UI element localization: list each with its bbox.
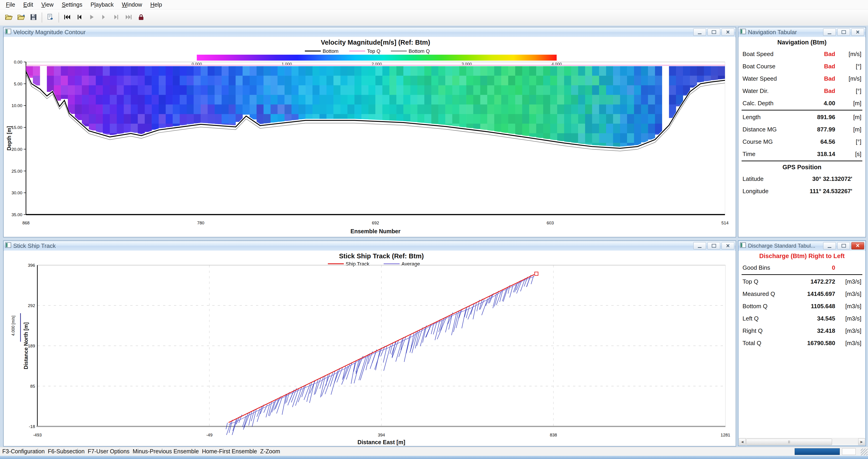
scrollbar-track[interactable]: [746, 438, 858, 445]
toolbar: [0, 9, 868, 26]
row-value: 877.99: [793, 126, 835, 133]
restore-button[interactable]: [707, 28, 720, 36]
svg-text:2.000: 2.000: [371, 62, 382, 66]
window-icon: [5, 242, 11, 250]
restore-icon: [712, 244, 716, 248]
row-value: Bad: [793, 51, 835, 58]
row-value: Bad: [793, 88, 835, 95]
row-value: 32.418: [793, 327, 835, 334]
menu-view[interactable]: View: [37, 1, 58, 9]
minimize-icon: [828, 33, 831, 34]
table-row: Good Bins0: [739, 262, 865, 274]
navigation-window-titlebar[interactable]: Navigation Tabular: [738, 27, 866, 37]
row-label: Top Q: [743, 278, 793, 285]
status-shortcuts: F3-Configuration F6-Subsection F7-User O…: [2, 448, 280, 455]
section-header: GPS Position: [739, 162, 865, 173]
svg-text:1.000: 1.000: [281, 62, 292, 66]
save-icon: [30, 14, 37, 22]
svg-text:Average: Average: [402, 261, 420, 267]
window-icon: [740, 242, 746, 250]
row-value: 14145.697: [793, 290, 835, 298]
restore-button[interactable]: [707, 242, 720, 249]
row-label: Measured Q: [743, 290, 793, 298]
discharge-window-titlebar[interactable]: Discharge Standard Tabul...: [738, 241, 866, 251]
menu-edit[interactable]: Edit: [19, 1, 37, 9]
mdi-workspace: Velocity Magnitude Contour Velocity Magn…: [0, 26, 868, 447]
stick-ship-track-chart[interactable]: Stick Ship Track (Ref: Btm)Ship TrackAve…: [4, 251, 735, 446]
menu-file[interactable]: File: [2, 1, 19, 9]
svg-text:Top Q: Top Q: [367, 48, 380, 54]
minimize-button[interactable]: [693, 28, 706, 36]
next-ensemble-icon: [101, 14, 107, 21]
close-button[interactable]: [851, 28, 864, 36]
svg-text:Bottom: Bottom: [323, 48, 339, 54]
row-label: Water Speed: [743, 75, 793, 82]
window-title: Discharge Standard Tabul...: [748, 243, 821, 249]
row-value: 30° 32.132072': [784, 175, 852, 182]
table-row: Total Q16790.580[m3/s]: [739, 337, 865, 349]
svg-text:1281: 1281: [721, 433, 730, 437]
row-value: 0: [793, 264, 835, 271]
scroll-left-icon[interactable]: ◀: [739, 438, 746, 445]
close-button[interactable]: [851, 242, 864, 249]
close-button[interactable]: [721, 242, 734, 249]
table-row: Top Q1472.272[m3/s]: [739, 275, 865, 288]
svg-text:-493: -493: [33, 433, 42, 437]
row-unit: [m]: [835, 114, 861, 121]
minimize-button[interactable]: [693, 242, 706, 249]
velocity-contour-chart[interactable]: Velocity Magnitude[m/s] (Ref: Btm)Bottom…: [4, 37, 735, 237]
minimize-button[interactable]: [823, 242, 836, 249]
minimize-icon: [698, 247, 702, 248]
lock-icon: [137, 14, 145, 22]
menu-playback[interactable]: Playback: [87, 1, 118, 9]
first-ensemble-button[interactable]: [61, 12, 73, 23]
svg-text:Ship Track: Ship Track: [346, 261, 370, 267]
velocity-window-titlebar[interactable]: Velocity Magnitude Contour: [4, 27, 736, 37]
navigation-table: Navigation (Btm)Boat SpeedBad[m/s]Boat C…: [739, 37, 865, 237]
scrollbar-thumb[interactable]: [746, 439, 832, 445]
open-measurement-button[interactable]: [3, 12, 15, 23]
table-row: Longitude111° 24.532267': [739, 185, 865, 197]
row-label: Course MG: [743, 138, 793, 145]
svg-text:692: 692: [372, 220, 379, 225]
horizontal-scrollbar[interactable]: ◀ ▶: [739, 438, 865, 445]
current-ensemble-marker: [534, 272, 538, 275]
resize-grip[interactable]: [861, 449, 868, 455]
svg-text:0.00: 0.00: [14, 60, 22, 64]
window-title: Navigation Tabular: [748, 29, 821, 36]
minimize-button[interactable]: [823, 28, 836, 36]
discharge-table: Discharge (Btm) Right to LeftGood Bins0T…: [739, 251, 865, 445]
restore-button[interactable]: [837, 28, 850, 36]
open-folder-alt-button[interactable]: [15, 12, 27, 23]
menu-help[interactable]: Help: [146, 1, 166, 9]
application-window: FileEditViewSettingsPlaybackWindowHelp V…: [0, 0, 868, 459]
row-unit: [m3/s]: [835, 303, 861, 310]
restore-button[interactable]: [837, 242, 850, 249]
last-ensemble-icon: [125, 14, 132, 21]
scroll-right-icon[interactable]: ▶: [858, 438, 865, 445]
discharge-header: Discharge (Btm) Right to Left: [739, 251, 865, 262]
stick-ship-track-window: Stick Ship Track Stick Ship Track (Ref: …: [3, 241, 736, 447]
row-value: Bad: [793, 75, 835, 82]
save-button[interactable]: [27, 12, 40, 23]
export-button[interactable]: [44, 12, 57, 23]
status-indicator-box: [842, 448, 856, 455]
menu-window[interactable]: Window: [118, 1, 146, 9]
menu-settings[interactable]: Settings: [58, 1, 86, 9]
svg-text:394: 394: [378, 433, 385, 437]
lock-button[interactable]: [135, 12, 147, 23]
window-controls: [823, 28, 864, 36]
row-label: Total Q: [743, 340, 793, 347]
close-icon: [856, 29, 860, 36]
row-label: Water Dir.: [743, 88, 793, 95]
table-row: Latitude30° 32.132072': [739, 173, 865, 185]
previous-ensemble-button[interactable]: [73, 12, 86, 23]
svg-text:-18: -18: [29, 424, 35, 429]
row-unit: [m/s]: [835, 51, 861, 58]
table-row: Water SpeedBad[m/s]: [739, 72, 865, 85]
close-icon: [856, 243, 860, 249]
row-label: Left Q: [743, 315, 793, 322]
close-button[interactable]: [721, 28, 734, 36]
stick-window-titlebar[interactable]: Stick Ship Track: [4, 241, 736, 251]
row-unit: [m/s]: [835, 75, 861, 82]
